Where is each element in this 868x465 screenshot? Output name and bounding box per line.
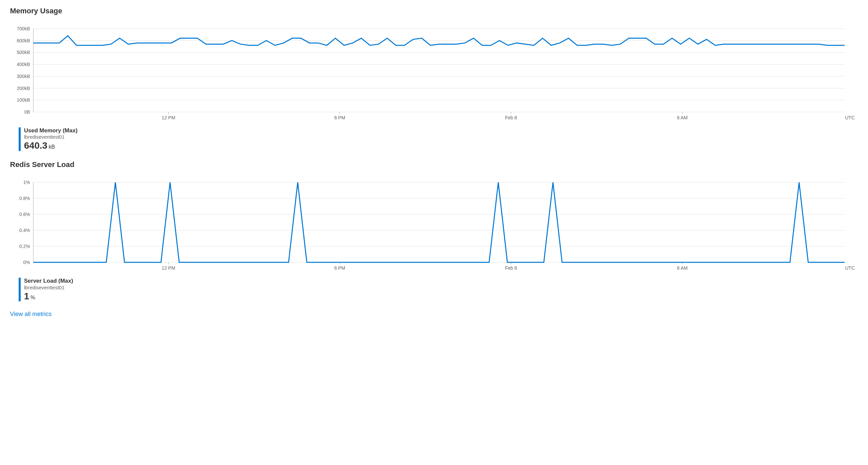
chart-memory[interactable]: 0B100kB200kB300kB400kB500kB600kB700kB12 …: [10, 25, 858, 122]
svg-text:Feb 8: Feb 8: [505, 265, 517, 271]
legend-memory[interactable]: Used Memory (Max) lbrediseventtest01 640…: [19, 127, 858, 151]
legend-metric-name: Server Load (Max): [24, 278, 73, 284]
svg-text:200kB: 200kB: [17, 86, 30, 91]
svg-text:12 PM: 12 PM: [162, 115, 175, 120]
svg-text:0.6%: 0.6%: [19, 212, 30, 217]
legend-value: 1%: [24, 291, 73, 302]
legend-color-bar: [19, 278, 21, 301]
legend-metric-name: Used Memory (Max): [24, 127, 78, 134]
svg-text:Feb 8: Feb 8: [505, 115, 517, 120]
svg-text:100kB: 100kB: [17, 97, 30, 103]
svg-text:0%: 0%: [23, 260, 30, 265]
svg-text:12 PM: 12 PM: [162, 265, 175, 271]
legend-resource-name: lbrediseventtest01: [24, 134, 78, 140]
svg-text:6 AM: 6 AM: [677, 115, 688, 120]
svg-text:500kB: 500kB: [17, 50, 30, 55]
svg-text:0B: 0B: [24, 109, 30, 115]
svg-text:0.4%: 0.4%: [19, 228, 30, 233]
legend-color-bar: [19, 127, 21, 151]
chart-load[interactable]: 0%0.2%0.4%0.6%0.8%1%12 PM6 PMFeb 86 AMUT…: [10, 179, 858, 272]
svg-text:0.2%: 0.2%: [19, 244, 30, 249]
chart-title-memory: Memory Usage: [10, 7, 858, 16]
chart-title-load: Redis Server Load: [10, 160, 858, 169]
svg-text:UTC: UTC: [845, 265, 855, 271]
svg-text:UTC: UTC: [845, 115, 855, 120]
chart-svg-load: 0%0.2%0.4%0.6%0.8%1%12 PM6 PMFeb 86 AMUT…: [10, 179, 858, 272]
chart-svg-memory: 0B100kB200kB300kB400kB500kB600kB700kB12 …: [10, 25, 858, 122]
legend-load[interactable]: Server Load (Max) lbrediseventtest01 1%: [19, 278, 858, 301]
svg-text:400kB: 400kB: [17, 62, 30, 67]
svg-text:700kB: 700kB: [17, 26, 30, 31]
legend-resource-name: lbrediseventtest01: [24, 285, 73, 291]
svg-text:1%: 1%: [23, 180, 30, 185]
view-all-metrics-link[interactable]: View all metrics: [10, 311, 52, 318]
svg-text:0.8%: 0.8%: [19, 196, 30, 201]
svg-text:6 AM: 6 AM: [677, 265, 688, 271]
svg-text:6 PM: 6 PM: [334, 265, 345, 271]
svg-text:600kB: 600kB: [17, 38, 30, 43]
legend-value: 640.3kB: [24, 141, 78, 151]
svg-text:6 PM: 6 PM: [334, 115, 345, 120]
svg-text:300kB: 300kB: [17, 74, 30, 79]
